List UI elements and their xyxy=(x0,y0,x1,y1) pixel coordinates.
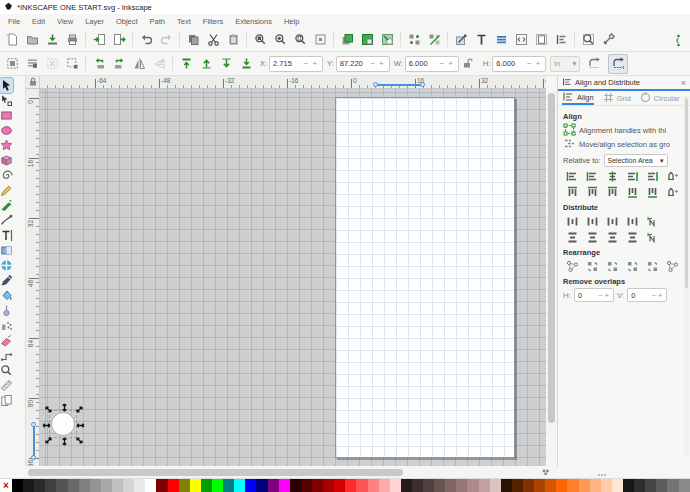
palette-swatch[interactable] xyxy=(68,479,79,492)
menu-path[interactable]: Path xyxy=(144,15,171,28)
distribute-centers-vertically-button[interactable] xyxy=(583,230,601,245)
panel-close-button[interactable]: × xyxy=(681,78,686,88)
overlap-v-input[interactable]: 0 − + xyxy=(627,288,667,302)
selected-ellipse-object[interactable] xyxy=(51,412,75,436)
palette-swatch[interactable] xyxy=(512,479,523,492)
palette-swatch[interactable] xyxy=(467,479,478,492)
unit-select[interactable]: in▾ xyxy=(550,56,580,72)
palette-swatch[interactable] xyxy=(590,479,601,492)
palette-swatch[interactable] xyxy=(23,479,34,492)
align-left-edges-button[interactable] xyxy=(583,169,601,184)
palette-swatch[interactable] xyxy=(545,479,556,492)
lower-to-bottom-button[interactable] xyxy=(236,54,256,74)
palette-swatch[interactable] xyxy=(534,479,545,492)
tool-pencil[interactable] xyxy=(0,183,13,198)
menu-view[interactable]: View xyxy=(51,15,79,28)
palette-swatch[interactable] xyxy=(34,479,45,492)
selection-extent-marker-h[interactable] xyxy=(376,84,422,86)
menu-file[interactable]: File xyxy=(2,15,26,28)
distribute-left-edges-button[interactable] xyxy=(563,214,581,229)
horizontal-scrollbar[interactable] xyxy=(26,467,557,478)
selection-scale-handle[interactable] xyxy=(60,403,69,412)
align-right-edges-button[interactable] xyxy=(623,169,641,184)
tool-spiral[interactable] xyxy=(0,168,13,183)
duplicate-button[interactable] xyxy=(337,30,357,50)
paste-button[interactable] xyxy=(223,30,243,50)
align-left-to-anchor-right-button[interactable] xyxy=(563,169,581,184)
distribute-text-baseline-vertical-button[interactable] xyxy=(643,230,661,245)
overlap-h-input[interactable]: 0 − + xyxy=(574,288,614,302)
move-patterns-with-object-toggle[interactable] xyxy=(608,54,628,74)
new-document-button[interactable] xyxy=(2,30,22,50)
menu-help[interactable]: Help xyxy=(278,15,305,28)
palette-swatch[interactable] xyxy=(623,479,634,492)
randomize-positions-button[interactable] xyxy=(663,259,681,274)
palette-swatch[interactable] xyxy=(168,479,179,492)
tool-paint-bucket[interactable] xyxy=(0,288,13,303)
unlink-clone-button[interactable] xyxy=(377,30,397,50)
align-text-anchor-horizontal-button[interactable] xyxy=(663,169,681,184)
palette-swatch[interactable] xyxy=(345,479,356,492)
distribute-right-edges-button[interactable] xyxy=(603,214,621,229)
tool-mesh-gradient[interactable] xyxy=(0,258,13,273)
tool-ellipse[interactable] xyxy=(0,123,13,138)
palette-swatch[interactable] xyxy=(234,479,245,492)
flip-horizontal-button[interactable] xyxy=(129,54,149,74)
spin-plus-button[interactable]: + xyxy=(377,59,386,68)
align-option-opt-handles[interactable]: Alignment handles with thi xyxy=(563,123,685,137)
tool-gradient[interactable] xyxy=(0,243,13,258)
exchange-clockwise-button[interactable] xyxy=(623,259,641,274)
raise-button[interactable] xyxy=(196,54,216,74)
palette-swatch-none[interactable]: × xyxy=(0,479,12,492)
selection-scale-handle[interactable] xyxy=(75,405,84,414)
preferences-button[interactable] xyxy=(598,30,618,50)
align-bottom-edges-button[interactable] xyxy=(623,185,641,200)
select-all-button[interactable] xyxy=(2,54,22,74)
distribute-equal-gaps-horizontal-button[interactable] xyxy=(623,214,641,229)
align-bottom-to-anchor-top-button[interactable] xyxy=(643,185,661,200)
palette-swatch[interactable] xyxy=(412,479,423,492)
palette-swatch[interactable] xyxy=(634,479,645,492)
tool-eraser[interactable] xyxy=(0,333,13,348)
text-dialog-button[interactable] xyxy=(471,30,491,50)
exchange-in-stacking-order-button[interactable] xyxy=(603,259,621,274)
zoom-center-page-button[interactable] xyxy=(310,30,330,50)
unclump-button[interactable] xyxy=(643,259,661,274)
layers-dialog-button[interactable] xyxy=(491,30,511,50)
select-all-layers-button[interactable] xyxy=(22,54,42,74)
menu-filters[interactable]: Filters xyxy=(197,15,229,28)
zoom-to-page-button[interactable] xyxy=(290,30,310,50)
y-input[interactable]: 87.220−+ xyxy=(336,56,390,72)
vertical-ruler[interactable]: 0163248648096 xyxy=(26,89,40,466)
menu-layer[interactable]: Layer xyxy=(79,15,110,28)
palette-swatch[interactable] xyxy=(179,479,190,492)
undo-button[interactable] xyxy=(136,30,156,50)
palette-swatch[interactable] xyxy=(423,479,434,492)
palette-swatch[interactable] xyxy=(401,479,412,492)
palette-swatch[interactable] xyxy=(45,479,56,492)
palette-swatch[interactable] xyxy=(667,479,678,492)
center-on-horizontal-axis-button[interactable] xyxy=(603,185,621,200)
palette-swatch[interactable] xyxy=(656,479,667,492)
selection-scale-handle[interactable] xyxy=(44,405,53,414)
save-document-button[interactable] xyxy=(42,30,62,50)
guide-lock-corner[interactable] xyxy=(26,76,40,89)
selection-scale-handle[interactable] xyxy=(75,436,84,445)
palette-swatch[interactable] xyxy=(334,479,345,492)
raise-to-top-button[interactable] xyxy=(176,54,196,74)
selection-scale-handle[interactable] xyxy=(60,437,69,446)
h-input[interactable]: 6.000−+ xyxy=(492,56,546,72)
menu-text[interactable]: Text xyxy=(171,15,197,28)
align-option-opt-move[interactable]: Move/align selection as gro xyxy=(563,137,685,151)
palette-swatch[interactable] xyxy=(579,479,590,492)
tool-selector[interactable] xyxy=(0,78,13,93)
distribute-centers-horizontally-button[interactable] xyxy=(583,214,601,229)
tool-measure[interactable] xyxy=(0,378,13,393)
palette-swatch[interactable] xyxy=(356,479,367,492)
spin-minus-button[interactable]: − xyxy=(368,59,377,68)
palette-swatch[interactable] xyxy=(445,479,456,492)
spin-minus-button[interactable]: − xyxy=(525,59,534,68)
palette-swatch[interactable] xyxy=(245,479,256,492)
deselect-button[interactable] xyxy=(42,54,62,74)
redo-button[interactable] xyxy=(156,30,176,50)
